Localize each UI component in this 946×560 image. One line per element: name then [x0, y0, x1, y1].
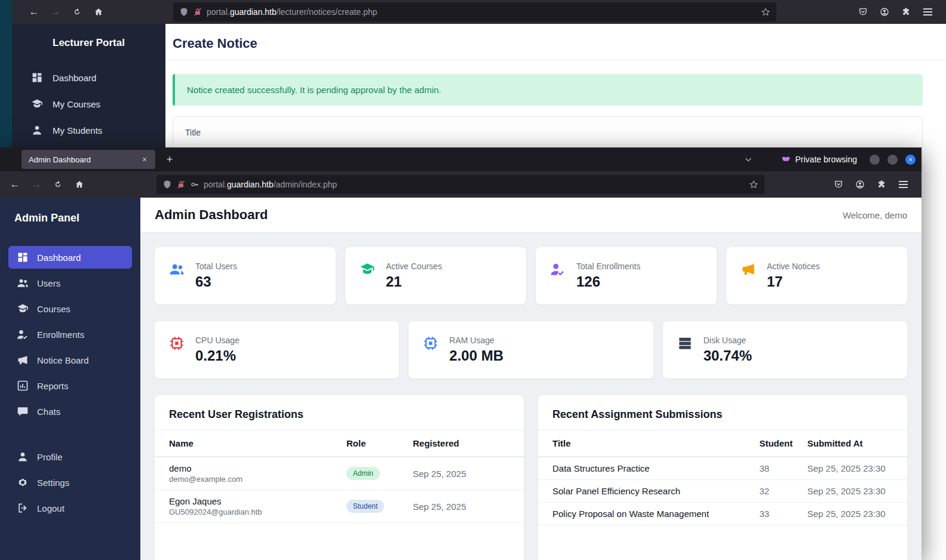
tab-close-button[interactable]: ×: [139, 153, 150, 165]
url-bar[interactable]: portal.guardian.htb/lecturer/notices/cre…: [173, 2, 776, 21]
sidebar-item-logout[interactable]: Logout: [8, 497, 132, 519]
sidebar-item-label: Settings: [37, 478, 69, 488]
maximize-button[interactable]: [887, 155, 898, 165]
person-icon: [17, 451, 29, 463]
column-header-submitted: Submitted At: [800, 430, 907, 457]
stat-label: Active Notices: [767, 261, 820, 271]
sidebar-item-my-courses[interactable]: My Courses: [12, 91, 165, 117]
disk-icon: [677, 336, 693, 351]
private-mask-icon: [781, 155, 791, 164]
forward-button[interactable]: →: [27, 176, 45, 193]
bookmark-star-icon[interactable]: [749, 180, 758, 189]
list-tabs-chevron-icon[interactable]: [741, 152, 756, 167]
sidebar-item-my-students[interactable]: My Students: [12, 117, 165, 143]
url-text: portal.guardian.htb/lecturer/notices/cre…: [207, 7, 377, 17]
stat-card-total-users: Total Users63: [155, 247, 336, 304]
sidebar-item-dashboard[interactable]: Dashboard: [8, 246, 132, 269]
sidebar-item-label: Courses: [37, 304, 70, 314]
menu-button[interactable]: [919, 3, 936, 21]
sidebar-item-courses[interactable]: Courses: [8, 297, 132, 320]
reload-icon: [53, 180, 63, 189]
graduation-cap-icon: [360, 261, 375, 277]
table-row: Policy Proposal on Waste Management 33 S…: [538, 503, 907, 525]
url-bar[interactable]: portal.guardian.htb/admin/index.php: [156, 175, 764, 194]
close-window-button[interactable]: ×: [905, 155, 916, 165]
bookmark-star-icon[interactable]: [761, 7, 770, 17]
admin-main: Admin Dashboard Welcome, demo Total User…: [140, 198, 922, 560]
menu-button[interactable]: [894, 176, 912, 193]
hamburger-icon: [923, 11, 932, 13]
sidebar-item-notice-board[interactable]: Notice Board: [8, 349, 132, 371]
insecure-lock-icon[interactable]: [193, 7, 202, 17]
new-tab-button[interactable]: +: [161, 151, 178, 168]
url-text: portal.guardian.htb/admin/index.php: [204, 180, 337, 189]
sidebar-item-label: My Students: [53, 125, 102, 136]
stat-value: 17: [767, 273, 820, 290]
extensions-button[interactable]: [873, 176, 890, 193]
recent-registrations-panel: Recent User Registrations Name Role Regi…: [155, 395, 524, 560]
user-email: GU5092024@guardian.htb: [169, 507, 332, 516]
submissions-table: Title Student Submitted At Data Structur…: [538, 430, 907, 525]
logout-icon: [17, 502, 29, 514]
shield-icon[interactable]: [162, 180, 172, 189]
sidebar-item-settings[interactable]: Settings: [8, 471, 132, 494]
role-badge: Admin: [346, 467, 380, 480]
tab-admin-dashboard[interactable]: Admin Dashboard ×: [22, 150, 155, 169]
back-button[interactable]: ←: [25, 3, 43, 21]
account-button[interactable]: [851, 176, 869, 193]
insecure-lock-icon[interactable]: [176, 180, 186, 189]
stat-card-active-courses: Active Courses21: [345, 247, 526, 304]
minimize-button[interactable]: [870, 155, 880, 165]
memory-icon: [423, 336, 438, 351]
user-check-icon: [550, 261, 566, 277]
sidebar-item-users[interactable]: Users: [8, 272, 132, 294]
sidebar-item-profile[interactable]: Profile: [8, 445, 132, 468]
sidebar-item-label: Reports: [37, 381, 69, 391]
stat-label: RAM Usage: [449, 336, 503, 345]
column-header-role: Role: [339, 430, 406, 457]
system-stats-row: CPU Usage0.21% RAM Usage2.00 MB Disk Usa…: [155, 321, 907, 379]
page-header: Admin Dashboard Welcome, demo: [140, 198, 922, 233]
window-controls: ×: [870, 147, 916, 171]
account-icon: [855, 180, 865, 189]
submission-title: Solar Panel Efficiency Research: [538, 480, 752, 503]
title-field-label: Title: [185, 128, 910, 137]
key-icon[interactable]: [190, 180, 199, 189]
home-button[interactable]: [90, 3, 108, 21]
submission-date: Sep 25, 2025 23:30: [800, 503, 907, 525]
forward-button[interactable]: →: [47, 3, 64, 21]
gear-icon: [17, 476, 29, 488]
graduation-cap-icon: [17, 303, 29, 315]
user-check-icon: [17, 328, 29, 340]
sidebar-item-enrollments[interactable]: Enrollments: [8, 323, 132, 346]
submission-date: Sep 25, 2025 23:30: [800, 457, 907, 480]
sidebar-item-dashboard[interactable]: Dashboard: [12, 64, 165, 91]
sidebar-item-chats[interactable]: Chats: [8, 400, 132, 423]
tab-title: Admin Dashboard: [29, 155, 91, 164]
sidebar-item-label: Logout: [37, 503, 64, 513]
private-browsing-label: Private browsing: [796, 155, 858, 164]
home-button[interactable]: [70, 176, 88, 193]
stat-card-total-enrollments: Total Enrollments126: [536, 247, 717, 304]
account-button[interactable]: [876, 3, 893, 21]
users-icon: [17, 277, 29, 289]
sidebar-item-label: Profile: [37, 452, 63, 462]
pocket-button[interactable]: [854, 3, 872, 21]
column-header-student: Student: [752, 430, 800, 457]
back-button[interactable]: ←: [6, 176, 24, 193]
extensions-button[interactable]: [897, 3, 915, 21]
reload-button[interactable]: [68, 3, 86, 21]
column-header-title: Title: [538, 430, 752, 457]
home-icon: [94, 7, 103, 17]
pocket-button[interactable]: [830, 176, 847, 193]
submission-student: 33: [752, 503, 800, 525]
shield-icon[interactable]: [179, 7, 189, 17]
reload-button[interactable]: [49, 176, 67, 193]
registered-date: Sep 25, 2025: [406, 490, 524, 523]
hamburger-icon: [899, 184, 908, 185]
dashboard-grid-icon: [17, 251, 29, 263]
admin-browser-window: Admin Dashboard × + Private browsing × ←…: [0, 147, 922, 560]
stat-card-disk-usage: Disk Usage30.74%: [663, 321, 907, 379]
sidebar-item-reports[interactable]: Reports: [8, 374, 132, 397]
user-email: demo@example.com: [169, 475, 332, 484]
